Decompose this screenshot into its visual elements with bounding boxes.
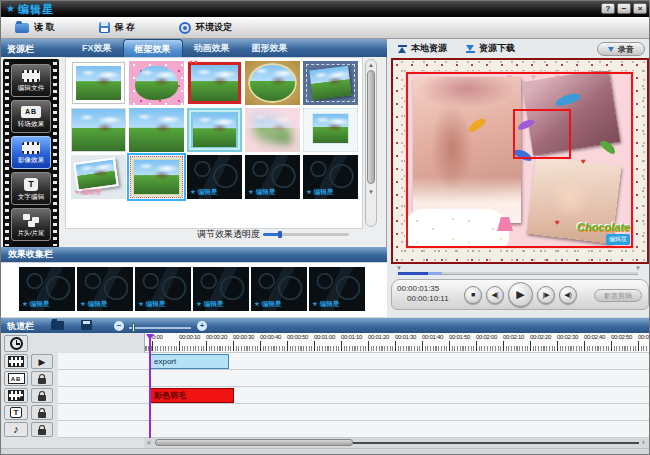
effects-panel: 编辑文件 AB 转场效果 影像效果 T 文字编辑 片头/片尾 [1, 57, 387, 317]
open-button-label: 读 取 [34, 21, 55, 34]
ruler-label: 00:02:40 [584, 334, 605, 340]
minimize-button[interactable]: − [617, 3, 631, 14]
tab-frame-effects[interactable]: 框架效果 [123, 39, 183, 57]
timeline-zoom-handle[interactable] [132, 323, 135, 332]
previous-frame-button[interactable]: ◀| [486, 286, 504, 304]
tab-fx-effects[interactable]: FX效果 [71, 39, 123, 57]
film-zoom-icon [22, 142, 40, 154]
effect-thumbnail-floral[interactable] [129, 155, 184, 199]
save-button[interactable]: 保 存 [91, 19, 144, 37]
effect-thumbnail-dark[interactable]: ★ 编辑星 [245, 155, 300, 199]
help-button[interactable]: ? [601, 3, 615, 14]
selection-rectangle[interactable] [406, 72, 633, 248]
text-track[interactable] [58, 404, 650, 421]
settings-button-label: 环境设定 [196, 21, 232, 34]
effect-thumbnail-denim[interactable] [303, 61, 358, 105]
video-track-play-cell[interactable]: ▶ [31, 354, 53, 369]
tab-animation-effects[interactable]: 动画效果 [183, 39, 241, 57]
timeline-clock-cell [4, 335, 28, 352]
collection-slot[interactable]: ★ 编辑星 [135, 267, 191, 311]
collection-slot[interactable]: ★ 编辑星 [251, 267, 307, 311]
local-resources-tab[interactable]: 本地资源 [397, 42, 447, 55]
sidebar-item-transition-effects[interactable]: AB 转场效果 [11, 100, 51, 133]
playhead[interactable] [149, 334, 151, 438]
effect-thumbnail-pinksoft[interactable] [245, 108, 300, 152]
collection-slot[interactable]: ★ 编辑星 [309, 267, 365, 311]
video-clip-export[interactable]: export [150, 354, 229, 369]
film-icon [8, 356, 24, 367]
scroll-up-icon[interactable]: ▲ [366, 61, 376, 69]
timeline-zoom-slider[interactable] [129, 327, 191, 329]
hscroll-track[interactable] [353, 442, 639, 444]
watermark: ★ 编辑星 [248, 188, 275, 197]
ruler-label: 00:02:20 [530, 334, 551, 340]
av-clip-button[interactable]: 影音剪辑 [594, 289, 642, 302]
grid-scrollbar[interactable]: ▲ ▼ [365, 59, 377, 227]
sidebar-item-text-edit[interactable]: T 文字编辑 [11, 172, 51, 205]
scroll-down-icon[interactable]: ▼ [366, 188, 376, 196]
sidebar-item-edit-file[interactable]: 编辑文件 [11, 64, 51, 97]
transition-track-lock-cell[interactable] [31, 371, 53, 386]
effect-thumbnail-white[interactable] [71, 61, 126, 105]
collection-slot[interactable]: ★ 编辑星 [193, 267, 249, 311]
effect-clip-colorful-feather[interactable]: 彩色羽毛 [150, 388, 234, 403]
audio-track[interactable] [58, 421, 650, 438]
transition-track[interactable] [58, 370, 650, 387]
sidebar-item-intro-outro[interactable]: 片头/片尾 [11, 208, 51, 241]
collection-area: ★ 编辑星★ 编辑星★ 编辑星★ 编辑星★ 编辑星★ 编辑星 [1, 262, 387, 317]
audio-track-lock-cell[interactable] [31, 422, 53, 437]
seek-marker-right[interactable]: ▼ [635, 265, 641, 271]
record-button[interactable]: 录音 [597, 42, 645, 56]
effect-thumbnail-gold[interactable] [245, 61, 300, 105]
tab-graphic-effects[interactable]: 图形效果 [241, 39, 299, 57]
collection-slot[interactable]: ★ 编辑星 [19, 267, 75, 311]
zoom-in-button[interactable]: + [197, 321, 207, 331]
selection-handle-box[interactable] [513, 109, 571, 159]
video-preview[interactable]: ♥ ♥ ♥ ♥ ♥ ♥ ♥ ♥ ♥ ♥ ♥ ♥ ♥ ♥ Chocolate 编辑… [391, 58, 649, 264]
stop-button[interactable]: ■ [464, 286, 482, 304]
ruler-label: 00:01:00 [314, 334, 335, 340]
effect-thumbnail-snow[interactable] [129, 108, 184, 152]
timeline-save-icon[interactable] [81, 320, 92, 330]
text-icon: T [24, 178, 38, 191]
thumbnail-image [73, 63, 124, 103]
app-title: 编辑星 [18, 2, 54, 17]
scrollbar-thumb[interactable] [367, 70, 375, 184]
video-track[interactable] [58, 353, 650, 370]
blocks-icon [21, 214, 41, 227]
opacity-slider-handle[interactable] [278, 231, 282, 238]
effect-thumbnail-dark[interactable]: ★ 编辑星 [303, 155, 358, 199]
play-icon: ▶ [39, 357, 46, 367]
timeline-ruler[interactable]: 0:0000:00:1000:00:2000:00:3000:00:4000:0… [144, 333, 650, 353]
zoom-out-button[interactable]: − [114, 321, 124, 331]
resource-tabstrip: 资源栏 FX效果 框架效果 动画效果 图形效果 [1, 39, 387, 57]
next-frame-button[interactable]: |▶ [537, 286, 555, 304]
play-button[interactable]: ▶ [508, 282, 533, 307]
thumbnail-image [71, 108, 126, 152]
settings-button[interactable]: 环境设定 [171, 19, 240, 37]
upload-icon [397, 45, 407, 53]
volume-button[interactable]: ◀) [559, 286, 577, 304]
effect-thumbnail-ornate[interactable] [187, 108, 242, 152]
resource-download-tab[interactable]: 资源下载 [465, 42, 515, 55]
collection-slot[interactable]: ★ 编辑星 [77, 267, 133, 311]
effect-thumbnail-plain[interactable] [71, 108, 126, 152]
hscroll-thumb[interactable] [155, 439, 353, 446]
hscroll-left-arrow[interactable]: < [147, 439, 151, 447]
sidebar-item-image-effects[interactable]: 影像效果 [11, 136, 51, 169]
effect-thumbnail-dark[interactable]: ★ 编辑星 [187, 155, 242, 199]
effect-track[interactable] [58, 387, 650, 404]
ruler-label: 00:01:40 [422, 334, 443, 340]
effect-thumbnail-tilt[interactable]: ★ 编辑星 [71, 155, 126, 199]
open-button[interactable]: 读 取 [7, 19, 63, 37]
seek-marker-left[interactable]: ▼ [396, 265, 402, 271]
effect-track-lock-cell[interactable] [31, 388, 53, 403]
close-button[interactable]: × [633, 3, 647, 14]
effect-thumbnail-hearts[interactable] [187, 61, 242, 105]
effect-thumbnail-lace[interactable] [303, 108, 358, 152]
timeline-open-icon[interactable] [51, 321, 64, 330]
status-strip [1, 448, 650, 455]
hscroll-right-arrow[interactable]: › [642, 438, 645, 447]
text-track-lock-cell[interactable] [31, 405, 53, 420]
effect-thumbnail-cloud[interactable] [129, 61, 184, 105]
